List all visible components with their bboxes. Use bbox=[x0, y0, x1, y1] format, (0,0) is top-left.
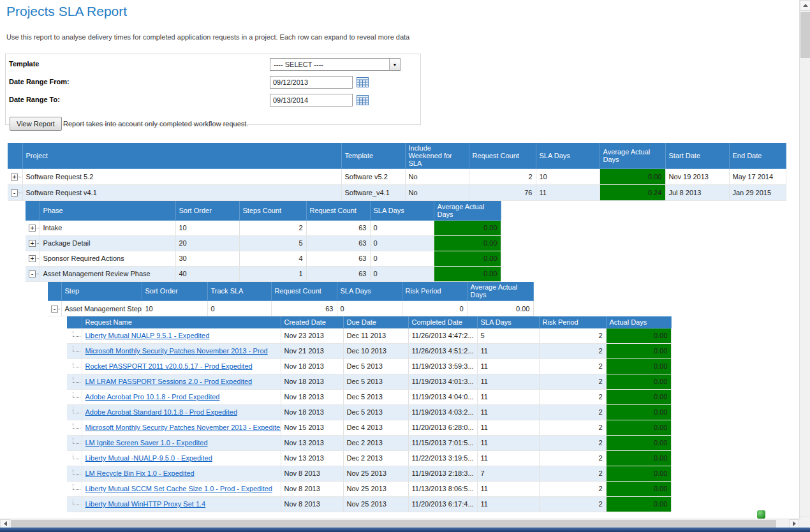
created-date-cell: Nov 8 2013 bbox=[281, 481, 343, 496]
col-track-sla: Track SLA bbox=[207, 282, 271, 301]
template-select-value: ---- SELECT ---- bbox=[270, 61, 323, 68]
scroll-up-button[interactable] bbox=[800, 0, 810, 11]
template-cell: Software_v4.1 bbox=[341, 185, 405, 201]
request-link[interactable]: LM Recycle Bin Fix 1.0 - Expedited bbox=[85, 469, 195, 477]
tree-connector-cell bbox=[67, 481, 82, 496]
template-select[interactable]: ---- SELECT ---- ▼ bbox=[270, 58, 401, 71]
page-title: Projects SLA Report bbox=[6, 4, 810, 19]
horizontal-scroll-thumb[interactable] bbox=[11, 520, 776, 528]
request-link[interactable]: Microsoft Monthly Security Patches Novem… bbox=[85, 424, 281, 431]
project-row: - Software Request v4.1 Software_v4.1 No… bbox=[8, 185, 786, 201]
horizontal-scrollbar[interactable] bbox=[0, 519, 799, 528]
actual-days-cell: 0.00 bbox=[606, 496, 671, 512]
tree-connector-icon bbox=[73, 469, 80, 475]
chevron-down-icon[interactable]: ▼ bbox=[389, 59, 400, 70]
expand-toggle-icon[interactable]: + bbox=[29, 225, 36, 232]
tree-connector-cell bbox=[67, 374, 82, 389]
request-link[interactable]: Liberty Mutual NUALP 9.5.1 - Expedited bbox=[85, 332, 210, 339]
tree-connector-cell bbox=[67, 328, 82, 343]
date-to-label: Date Range To: bbox=[9, 96, 60, 103]
tree-dots bbox=[36, 274, 40, 274]
tree-dots bbox=[18, 193, 22, 193]
col-project: Project bbox=[22, 143, 341, 169]
tree-connector-cell bbox=[67, 404, 82, 420]
sla-days-cell: 11 bbox=[477, 435, 539, 450]
view-report-button[interactable]: View Report bbox=[10, 117, 62, 131]
step-name-cell: Asset Management Step bbox=[61, 301, 142, 316]
request-row: LM LRAM PASSPORT Sessions 2.0 - Prod Exp… bbox=[67, 374, 671, 389]
due-date-cell: Dec 4 2013 bbox=[343, 420, 408, 435]
expand-toggle-icon[interactable]: + bbox=[29, 255, 36, 262]
request-row: LM Recycle Bin Fix 1.0 - Expedited Nov 8… bbox=[67, 466, 671, 481]
col-template: Template bbox=[341, 143, 405, 169]
request-link[interactable]: Microsoft Monthly Security Patches Novem… bbox=[85, 347, 268, 355]
expand-toggle-icon[interactable]: + bbox=[11, 174, 18, 181]
request-link[interactable]: Adobe Acrobat Pro 10.1.8 - Prod Expedite… bbox=[85, 393, 220, 401]
col-request-count: Request Count bbox=[306, 201, 370, 220]
scrollbar-corner bbox=[799, 519, 810, 528]
date-from-row: Date Range From: bbox=[6, 75, 420, 92]
request-name-cell: Liberty Mutual NUALP 9.5.1 - Expedited bbox=[82, 328, 281, 343]
expand-toggle-icon[interactable]: - bbox=[29, 270, 36, 277]
expand-toggle-icon[interactable]: - bbox=[51, 306, 58, 313]
tree-connector-icon bbox=[73, 423, 80, 429]
request-row: Liberty Mutual NUALP 9.5.1 - Expedited N… bbox=[67, 328, 671, 343]
projects-header-row: Project Template Include Weekened for SL… bbox=[8, 143, 786, 169]
expand-cell: + bbox=[8, 169, 22, 185]
col-average-actual-days: Average Actual Days bbox=[434, 201, 501, 220]
date-to-input[interactable] bbox=[270, 94, 353, 107]
actual-days-cell: 0.00 bbox=[606, 404, 671, 420]
sla-days-cell: 10 bbox=[536, 169, 600, 185]
created-date-cell: Nov 13 2013 bbox=[281, 435, 343, 450]
sla-days-cell: 11 bbox=[477, 343, 539, 358]
scroll-right-button[interactable] bbox=[789, 519, 799, 528]
tree-dots bbox=[36, 258, 40, 259]
scroll-left-button[interactable] bbox=[0, 519, 10, 528]
request-link[interactable]: Liberty Mutual WinHTTP Proxy Set 1.4 bbox=[85, 500, 206, 508]
request-link[interactable]: LM Ignite Screen Saver 1.0 - Expedited bbox=[85, 439, 208, 447]
request-count-cell: 2 bbox=[469, 169, 536, 185]
col-sla-days: SLA Days bbox=[337, 282, 402, 301]
request-link[interactable]: Liberty Mutual SCCM Set Cache Size 1.0 -… bbox=[85, 485, 272, 492]
vertical-scrollbar[interactable] bbox=[799, 0, 810, 528]
actual-days-cell: 0.00 bbox=[606, 358, 671, 374]
calendar-icon[interactable] bbox=[357, 77, 369, 88]
actual-days-cell: 0.00 bbox=[606, 481, 671, 496]
tree-dots bbox=[36, 243, 40, 244]
completed-date-cell: 11/19/2013 4:04:0... bbox=[408, 389, 477, 404]
vertical-scroll-thumb[interactable] bbox=[800, 12, 810, 58]
expand-toggle-icon[interactable]: - bbox=[11, 189, 18, 196]
col-risk-period: Risk Period bbox=[402, 282, 467, 301]
status-icon bbox=[757, 510, 765, 519]
request-count-cell: 63 bbox=[306, 266, 370, 281]
phase-name-cell: Intake bbox=[40, 220, 175, 235]
actual-days-cell: 0.00 bbox=[606, 420, 671, 435]
request-link[interactable]: Adobe Acrobat Standard 10.1.8 - Prod Exp… bbox=[85, 408, 238, 416]
request-count-cell: 63 bbox=[306, 220, 370, 235]
date-from-input[interactable] bbox=[270, 76, 353, 89]
actual-days-cell: 0.00 bbox=[606, 328, 671, 343]
created-date-cell: Nov 18 2013 bbox=[281, 404, 343, 420]
due-date-cell: Dec 5 2013 bbox=[343, 374, 408, 389]
tree-connector-icon bbox=[73, 362, 80, 367]
request-link[interactable]: Liberty Mutual -NUALP-9.5.0 - Expedited bbox=[85, 454, 212, 462]
sla-days-cell: 11 bbox=[477, 389, 539, 404]
tree-dots bbox=[18, 177, 22, 177]
steps-count-cell: 1 bbox=[239, 266, 306, 281]
created-date-cell: Nov 8 2013 bbox=[281, 466, 343, 481]
phases-table: Phase Sort Order Steps Count Request Cou… bbox=[26, 201, 501, 282]
phase-row: + Package Detail 20 5 63 0 0.00 bbox=[26, 235, 501, 251]
expand-toggle-icon[interactable]: + bbox=[29, 240, 36, 247]
projects-table: Project Template Include Weekened for SL… bbox=[8, 143, 786, 201]
expand-column-header bbox=[26, 201, 40, 220]
completed-date-cell: 11/19/2013 4:03:2... bbox=[408, 404, 477, 420]
request-link[interactable]: LM LRAM PASSPORT Sessions 2.0 - Prod Exp… bbox=[85, 378, 253, 385]
created-date-cell: Nov 18 2013 bbox=[281, 389, 343, 404]
request-link[interactable]: Rocket PASSPORT 2011 v20.0.5.17 - Prod E… bbox=[85, 362, 253, 370]
request-name-cell: Adobe Acrobat Pro 10.1.8 - Prod Expedite… bbox=[82, 389, 281, 404]
col-end-date: End Date bbox=[729, 143, 786, 169]
completed-date-cell: 11/19/2013 3:59:3... bbox=[408, 358, 477, 374]
risk-period-cell: 2 bbox=[539, 374, 606, 389]
average-actual-days-cell: 0.00 bbox=[467, 301, 533, 316]
calendar-icon[interactable] bbox=[357, 95, 369, 106]
